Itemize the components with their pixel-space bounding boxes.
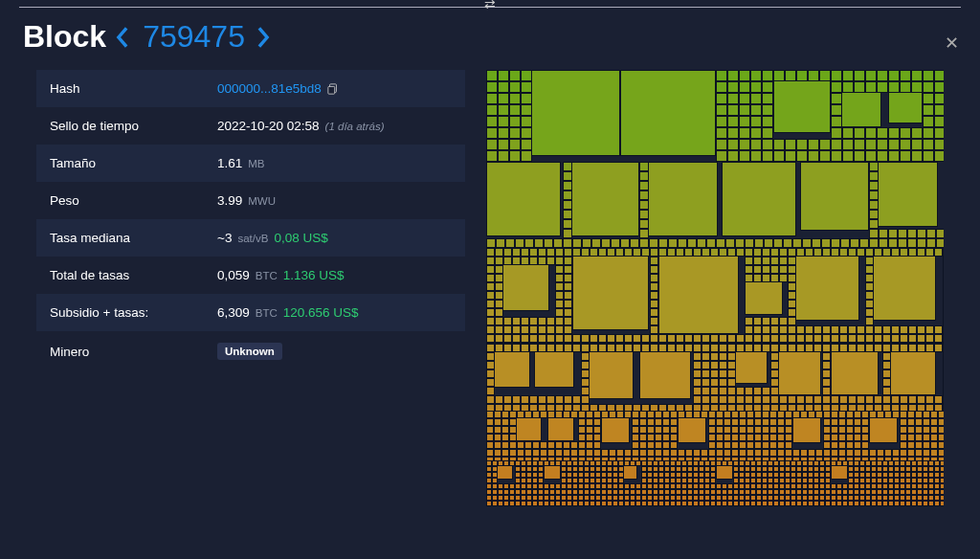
total-fees-value: 0,059	[217, 268, 250, 282]
median-fee-fiat: 0,08 US$	[274, 231, 327, 245]
size-value: 1.61	[217, 156, 242, 170]
block-treemap[interactable]	[486, 70, 944, 506]
row-hash: Hash 000000...81e5bd8	[36, 70, 465, 107]
label-miner: Minero	[50, 345, 217, 359]
subsidy-value: 6,309	[217, 305, 250, 320]
total-fees-unit: BTC	[256, 270, 278, 281]
top-bar: ⇄	[19, 0, 961, 8]
label-timestamp: Sello de tiempo	[50, 119, 217, 133]
details-panel: Hash 000000...81e5bd8 Sello de tiempo 20…	[36, 70, 465, 506]
hash-link[interactable]: 000000...81e5bd8	[217, 81, 322, 96]
label-total-fees: Total de tasas	[50, 268, 217, 282]
timestamp-value: 2022-10-20 02:58	[217, 119, 320, 133]
svg-rect-1	[328, 86, 335, 94]
timestamp-note: (1 día atrás)	[325, 121, 385, 132]
row-median-fee: Tasa mediana ~3 sat/vB 0,08 US$	[36, 219, 465, 257]
next-block-button[interactable]	[256, 27, 272, 48]
row-weight: Peso 3.99 MWU	[36, 182, 465, 219]
label-subsidy: Subsidio + tasas:	[50, 305, 217, 320]
close-button[interactable]: ✕	[945, 33, 959, 54]
median-fee-value: ~3	[217, 231, 232, 245]
label-size: Tamaño	[50, 156, 217, 170]
median-fee-unit: sat/vB	[237, 233, 268, 244]
block-header: Block 759475 ✕	[0, 8, 980, 60]
row-subsidy: Subsidio + tasas: 6,309 BTC 120.656 US$	[36, 294, 465, 331]
label-hash: Hash	[50, 81, 217, 96]
block-number-link[interactable]: 759475	[143, 19, 245, 55]
content: Hash 000000...81e5bd8 Sello de tiempo 20…	[0, 60, 980, 525]
label-weight: Peso	[50, 193, 217, 208]
row-size: Tamaño 1.61 MB	[36, 145, 465, 182]
weight-unit: MWU	[248, 195, 276, 207]
prev-block-button[interactable]	[116, 27, 131, 48]
miner-badge[interactable]: Unknown	[217, 343, 282, 360]
copy-hash-icon[interactable]	[327, 83, 339, 95]
title-prefix: Block	[23, 19, 106, 55]
size-unit: MB	[248, 158, 264, 169]
subsidy-unit: BTC	[256, 307, 278, 319]
weight-value: 3.99	[217, 193, 242, 208]
page-title: Block 759475	[23, 19, 272, 55]
label-median-fee: Tasa mediana	[50, 231, 217, 245]
row-timestamp: Sello de tiempo 2022-10-20 02:58 (1 día …	[36, 107, 465, 145]
subsidy-fiat: 120.656 US$	[283, 305, 359, 320]
row-total-fees: Total de tasas 0,059 BTC 1.136 US$	[36, 257, 465, 294]
total-fees-fiat: 1.136 US$	[283, 268, 345, 282]
row-miner: Minero Unknown	[36, 331, 465, 371]
